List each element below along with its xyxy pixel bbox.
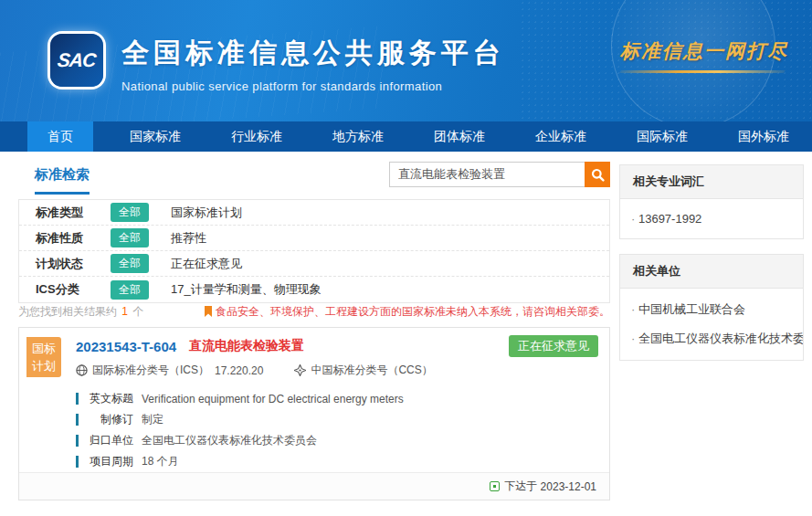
issued-date: 下达于 2023-12-01 <box>490 479 596 494</box>
slogan-block: 标准信息一网打尽 <box>620 38 785 73</box>
detail-bar <box>76 435 79 447</box>
result-card-details: 英文标题 Verification equipment for DC elect… <box>76 388 598 472</box>
detail-value: 18 个月 <box>142 454 179 469</box>
results-count-prefix: 为您找到相关结果约 <box>18 305 117 318</box>
detail-label: 项目周期 <box>86 454 133 469</box>
site-title-block: 全国标准信息公共服务平台 National public service pla… <box>121 35 505 93</box>
filter-label: 计划状态 <box>36 256 92 272</box>
nav-item-national-standards[interactable]: 国家标准 <box>116 121 195 152</box>
filter-value[interactable]: 国家标准计划 <box>171 205 242 221</box>
filter-label: 标准性质 <box>36 230 92 247</box>
filter-value[interactable]: 正在征求意见 <box>171 256 242 272</box>
organization-item[interactable]: 中国机械工业联合会 <box>620 294 803 323</box>
detail-row-english-title: 英文标题 Verification equipment for DC elect… <box>76 388 598 409</box>
nav-item-local-standards[interactable]: 地方标准 <box>319 121 397 152</box>
detail-row-responsible-unit: 归口单位 全国电工仪器仪表标准化技术委员会 <box>76 430 598 451</box>
compass-icon <box>294 364 306 376</box>
site-title: 全国标准信息公共服务平台 <box>121 35 505 72</box>
nav-item-enterprise-standards[interactable]: 企业标准 <box>522 121 600 152</box>
detail-label: 英文标题 <box>86 391 133 406</box>
detail-value: Verification equipment for DC electrical… <box>142 393 404 405</box>
search-input[interactable] <box>389 162 585 187</box>
related-vocabulary-title: 相关专业词汇 <box>620 165 803 199</box>
bookmark-icon <box>205 306 212 317</box>
nav-item-foreign-standards[interactable]: 国外标准 <box>724 121 803 152</box>
filter-label: 标准类型 <box>36 205 92 221</box>
filter-row-standard-type: 标准类型 全部 国家标准计划 <box>19 200 609 226</box>
filter-all-button[interactable]: 全部 <box>111 228 149 247</box>
related-vocabulary-body: 13697-1992 <box>620 199 803 238</box>
ics-label: 国际标准分类号（ICS） <box>92 363 209 378</box>
badge-line2: 计划 <box>26 357 61 374</box>
detail-label: 归口单位 <box>86 433 133 448</box>
related-organizations-body: 中国机械工业联合会 全国电工仪器仪表标准化技术委... <box>620 289 803 360</box>
calendar-icon <box>490 481 500 491</box>
ccs-meta: 中国标准分类号（CCS） <box>294 363 432 378</box>
filter-all-button[interactable]: 全部 <box>111 254 149 273</box>
national-plan-badge: 国标 计划 <box>26 337 61 377</box>
ics-value: 17.220.20 <box>215 364 263 377</box>
sac-logo[interactable]: SAC <box>50 34 103 87</box>
standard-code-link[interactable]: 20231543-T-604 <box>76 339 176 354</box>
detail-bar <box>76 393 79 405</box>
search-button[interactable] <box>585 162 610 187</box>
status-badge: 正在征求意见 <box>509 335 598 357</box>
system-notice: 食品安全、环境保护、工程建设方面的国家标准未纳入本系统，请咨询相关部委。 <box>205 304 610 320</box>
nav-item-industry-standards[interactable]: 行业标准 <box>217 121 296 152</box>
related-organizations-title: 相关单位 <box>620 255 803 289</box>
slogan-text: 标准信息一网打尽 <box>620 38 785 64</box>
notice-text: 食品安全、环境保护、工程建设方面的国家标准未纳入本系统，请咨询相关部委。 <box>216 304 610 320</box>
filter-all-button[interactable]: 全部 <box>111 203 149 222</box>
section-title-standard-search: 标准检索 <box>35 166 90 195</box>
filter-value[interactable]: 17_计量学和测量、物理现象 <box>171 281 322 298</box>
sac-logo-text: SAC <box>57 49 97 71</box>
filter-value[interactable]: 推荐性 <box>171 230 206 247</box>
globe-icon <box>76 364 88 376</box>
main-content: 标准检索 标准类型 全部 国家标准计划 标准性质 全部 推荐性 <box>0 152 812 516</box>
slogan-underline <box>619 70 786 73</box>
filter-label: ICS分类 <box>36 281 92 298</box>
ccs-label: 中国标准分类号（CCS） <box>311 363 432 378</box>
result-card-header: 20231543-T-604 直流电能表检验装置 正在征求意见 <box>76 336 598 356</box>
right-sidebar: 相关专业词汇 13697-1992 相关单位 中国机械工业联合会 全国电工仪器仪… <box>619 164 804 375</box>
result-card-footer: 下达于 2023-12-01 <box>19 472 609 500</box>
result-card-meta: 国际标准分类号（ICS） 17.220.20 中国标准分类号（CCS） <box>76 363 464 378</box>
detail-label: 制修订 <box>86 412 133 427</box>
filter-row-standard-nature: 标准性质 全部 推荐性 <box>19 226 609 251</box>
results-count-suffix: 个 <box>132 305 143 318</box>
related-organizations-box: 相关单位 中国机械工业联合会 全国电工仪器仪表标准化技术委... <box>619 254 804 361</box>
search-icon <box>591 168 605 182</box>
badge-line1: 国标 <box>26 340 61 357</box>
results-count-number: 1 <box>121 305 128 318</box>
detail-row-project-period: 项目周期 18 个月 <box>76 451 598 472</box>
nav-item-group-standards[interactable]: 团体标准 <box>420 121 499 152</box>
main-nav: 首页 国家标准 行业标准 地方标准 团体标准 企业标准 国际标准 国外标准 示范… <box>0 121 812 152</box>
standard-title-link[interactable]: 直流电能表检验装置 <box>189 338 304 354</box>
result-card: 国标 计划 20231543-T-604 直流电能表检验装置 正在征求意见 国际… <box>18 327 610 500</box>
ics-meta: 国际标准分类号（ICS） 17.220.20 <box>76 363 263 378</box>
detail-row-revision-type: 制修订 制定 <box>76 409 598 430</box>
site-header: SAC 全国标准信息公共服务平台 National public service… <box>0 0 812 121</box>
detail-value: 全国电工仪器仪表标准化技术委员会 <box>142 433 317 448</box>
nav-item-international-standards[interactable]: 国际标准 <box>623 121 701 152</box>
detail-bar <box>76 414 79 426</box>
results-info-row: 为您找到相关结果约 1 个 食品安全、环境保护、工程建设方面的国家标准未纳入本系… <box>18 304 610 319</box>
related-vocabulary-box: 相关专业词汇 13697-1992 <box>619 164 804 239</box>
filter-panel: 标准类型 全部 国家标准计划 标准性质 全部 推荐性 计划状态 全部 正在征求意… <box>18 199 610 303</box>
site-subtitle: National public service platform for sta… <box>121 79 505 93</box>
filter-all-button[interactable]: 全部 <box>111 280 149 300</box>
detail-value: 制定 <box>142 412 163 427</box>
filter-row-ics-classification: ICS分类 全部 17_计量学和测量、物理现象 <box>19 277 609 302</box>
issued-date-value: 2023-12-01 <box>541 480 596 493</box>
organization-item[interactable]: 全国电工仪器仪表标准化技术委... <box>620 323 803 353</box>
results-count: 为您找到相关结果约 1 个 <box>18 304 143 320</box>
issued-date-label: 下达于 <box>504 479 537 494</box>
search-box <box>389 162 610 187</box>
detail-bar <box>76 456 79 468</box>
vocabulary-item[interactable]: 13697-1992 <box>620 205 803 231</box>
nav-item-home[interactable]: 首页 <box>27 121 93 152</box>
filter-row-plan-status: 计划状态 全部 正在征求意见 <box>19 251 609 277</box>
